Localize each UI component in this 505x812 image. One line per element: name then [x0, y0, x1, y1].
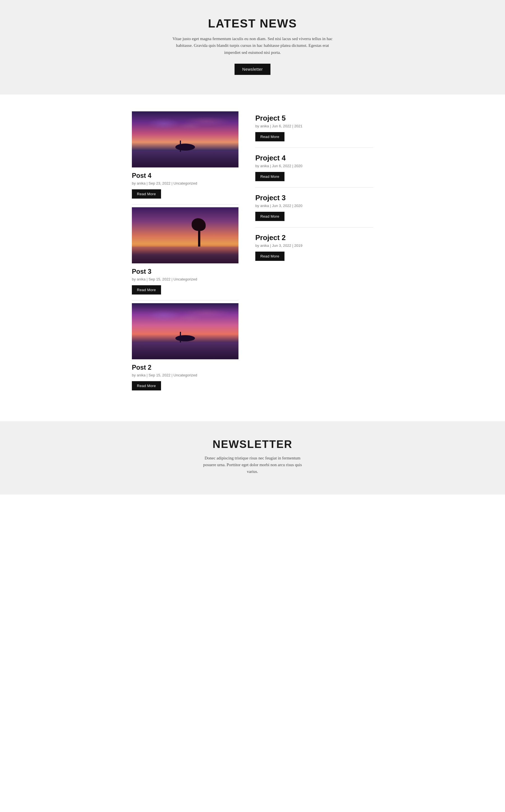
post-item: Post 4 by anika | Sep 23, 2022 | Uncateg…: [132, 112, 238, 204]
post-item: Post 3 by anika | Sep 15, 2022 | Uncateg…: [132, 207, 238, 300]
post-image-4: [132, 112, 238, 168]
project-title-3: Project 3: [255, 194, 373, 202]
project-meta-3: by anika | Jun 3, 2022 | 2020: [255, 204, 373, 208]
post-image-3: [132, 207, 238, 263]
project-title-5: Project 5: [255, 114, 373, 122]
post-image-2: [132, 303, 238, 359]
read-more-post-2[interactable]: Read More: [132, 381, 161, 390]
posts-column: Post 4 by anika | Sep 23, 2022 | Uncateg…: [132, 112, 238, 399]
hero-description: Vitae justo eget magna fermentum iaculis…: [171, 35, 334, 56]
projects-column: Project 5 by anika | Jun 6, 2022 | 2021 …: [255, 112, 373, 267]
post-item: Post 2 by anika | Sep 15, 2022 | Uncateg…: [132, 303, 238, 396]
read-more-project-5[interactable]: Read More: [255, 132, 285, 141]
read-more-post-3[interactable]: Read More: [132, 285, 161, 294]
post-title-4: Post 4: [132, 172, 238, 180]
project-item: Project 2 by anika | Jun 3, 2022 | 2019 …: [255, 234, 373, 267]
project-title-4: Project 4: [255, 154, 373, 162]
footer-newsletter: NEWSLETTER Donec adipiscing tristique ri…: [0, 421, 505, 494]
post-title-2: Post 2: [132, 364, 238, 371]
project-item: Project 3 by anika | Jun 3, 2022 | 2020 …: [255, 194, 373, 227]
post-meta-2: by anika | Sep 15, 2022 | Uncategorized: [132, 373, 238, 377]
read-more-project-3[interactable]: Read More: [255, 212, 285, 221]
project-meta-2: by anika | Jun 3, 2022 | 2019: [255, 243, 373, 248]
newsletter-button[interactable]: Newsletter: [234, 64, 271, 75]
project-meta-4: by anika | Jun 6, 2022 | 2020: [255, 164, 373, 168]
footer-title: NEWSLETTER: [6, 438, 499, 450]
post-meta-4: by anika | Sep 23, 2022 | Uncategorized: [132, 181, 238, 185]
read-more-post-4[interactable]: Read More: [132, 189, 161, 199]
project-item: Project 5 by anika | Jun 6, 2022 | 2021 …: [255, 114, 373, 148]
main-content: Post 4 by anika | Sep 23, 2022 | Uncateg…: [126, 94, 379, 421]
project-meta-5: by anika | Jun 6, 2022 | 2021: [255, 124, 373, 128]
post-title-3: Post 3: [132, 268, 238, 275]
hero-banner: LATEST NEWS Vitae justo eget magna ferme…: [0, 0, 505, 94]
post-meta-3: by anika | Sep 15, 2022 | Uncategorized: [132, 277, 238, 281]
hero-title: LATEST NEWS: [6, 17, 499, 30]
read-more-project-2[interactable]: Read More: [255, 252, 285, 261]
footer-description: Donec adipiscing tristique risus nec feu…: [202, 455, 303, 475]
project-title-2: Project 2: [255, 234, 373, 242]
read-more-project-4[interactable]: Read More: [255, 172, 285, 181]
project-item: Project 4 by anika | Jun 6, 2022 | 2020 …: [255, 154, 373, 188]
